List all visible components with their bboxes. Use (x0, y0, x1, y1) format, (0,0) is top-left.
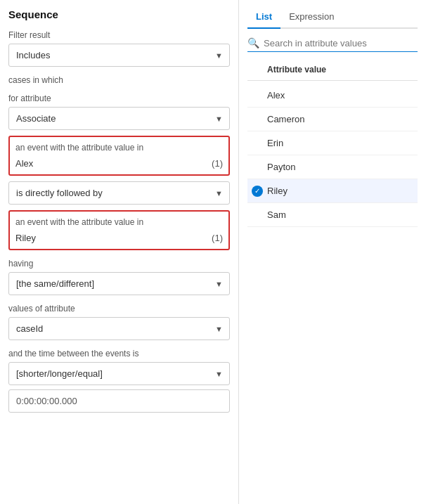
cases-in-which-label: cases in which (8, 75, 230, 85)
event-box-1: an event with the attribute value in Ale… (8, 136, 230, 176)
event-box-2-label: an event with the attribute value in (15, 214, 223, 227)
attribute-item[interactable]: Erin (247, 131, 418, 155)
attribute-item-label: Alex (267, 90, 285, 101)
event-box-2: an event with the attribute value in Ril… (8, 210, 230, 250)
attribute-item-check-icon: ✓ (252, 186, 263, 197)
search-icon: 🔍 (247, 37, 259, 49)
tab-bar: List Expression (247, 7, 418, 29)
search-input[interactable] (264, 38, 418, 49)
attribute-item[interactable]: ✓Riley (247, 179, 418, 203)
section-title: Sequence (8, 8, 230, 20)
event-box-1-value-row: Alex (1) (15, 155, 223, 172)
attribute-item[interactable]: Payton (247, 155, 418, 179)
attribute-item-label: Riley (267, 186, 288, 196)
event-box-2-value: Riley (15, 233, 36, 243)
event-box-1-value: Alex (15, 158, 33, 169)
values-of-attribute-select[interactable]: caseId (8, 317, 230, 340)
time-between-label: and the time between the events is (8, 349, 230, 358)
filter-result-label: Filter result (8, 30, 230, 40)
filter-result-select-wrapper: Includes Excludes ▼ (8, 44, 230, 67)
attribute-item[interactable]: Alex (247, 84, 418, 108)
attribute-item-label: Payton (267, 162, 295, 172)
left-panel: Sequence Filter result Includes Excludes… (0, 0, 239, 504)
attribute-item[interactable]: Sam (247, 203, 418, 227)
filter-result-select[interactable]: Includes Excludes (8, 44, 230, 67)
for-attribute-select[interactable]: Associate (8, 107, 230, 130)
search-bar: 🔍 (247, 37, 418, 52)
having-select[interactable]: [the same/different] (8, 272, 230, 295)
for-attribute-select-wrapper: Associate ▼ (8, 107, 230, 130)
having-label: having (8, 259, 230, 269)
time-input[interactable] (8, 389, 230, 413)
tab-list[interactable]: List (247, 7, 280, 29)
attribute-item-label: Sam (267, 209, 286, 220)
followed-by-select[interactable]: is directly followed by is eventually fo… (8, 181, 230, 205)
attribute-item-label: Erin (267, 138, 283, 148)
values-of-attribute-label: values of attribute (8, 304, 230, 314)
attribute-list: AlexCameronErinPayton✓RileySam (247, 84, 418, 227)
attribute-value-header: Attribute value (247, 62, 418, 81)
event-box-2-count: (1) (212, 233, 223, 243)
right-panel: List Expression 🔍 Attribute value AlexCa… (239, 0, 426, 504)
attribute-item-label: Cameron (267, 114, 304, 124)
time-between-select-wrapper: [shorter/longer/equal] ▼ (8, 362, 230, 385)
for-attribute-label: for attribute (8, 93, 230, 103)
event-box-1-label: an event with the attribute value in (15, 140, 223, 153)
event-box-1-count: (1) (212, 158, 223, 169)
values-of-attribute-select-wrapper: caseId ▼ (8, 317, 230, 340)
attribute-item[interactable]: Cameron (247, 108, 418, 131)
tab-expression[interactable]: Expression (280, 7, 342, 29)
having-select-wrapper: [the same/different] ▼ (8, 272, 230, 295)
event-box-2-value-row: Riley (1) (15, 230, 223, 246)
time-between-select[interactable]: [shorter/longer/equal] (8, 362, 230, 385)
followed-by-select-wrapper: is directly followed by is eventually fo… (8, 181, 230, 205)
